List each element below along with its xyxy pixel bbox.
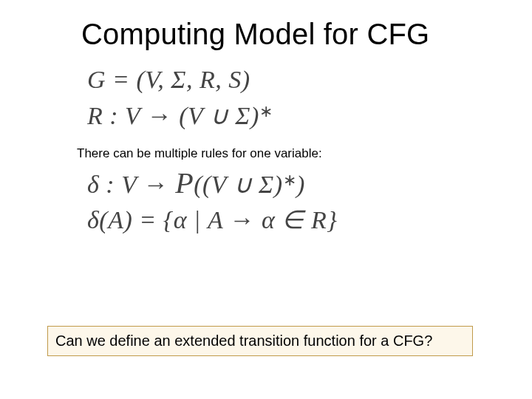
eq-close: ) xyxy=(296,171,305,198)
note-text: There can be multiple rules for one vari… xyxy=(77,146,502,161)
callout-text: Can we define an extended transition fun… xyxy=(55,332,432,349)
slide: Computing Model for CFG G = (V, Σ, R, S)… xyxy=(0,0,532,399)
equation-block-2: δ : V → P((V ∪ Σ)∗) δ(A) = {α | A → α ∈ … xyxy=(87,166,502,234)
equation-g-tuple: G = (V, Σ, R, S) xyxy=(87,64,502,96)
callout-box: Can we define an extended transition fun… xyxy=(47,326,473,356)
eq-rhs: α ∈ R} xyxy=(262,206,337,233)
equation-delta-map: δ : V → P((V ∪ Σ)∗) xyxy=(87,166,502,200)
eq-lhs: δ(A) = {α | A xyxy=(87,206,223,233)
equation-delta-def: δ(A) = {α | A → α ∈ R} xyxy=(87,205,502,234)
arrow-icon: → xyxy=(143,171,176,198)
eq-lhs: R : V xyxy=(87,102,140,129)
eq-open: ((V ∪ Σ) xyxy=(194,171,282,198)
eq-rhs: (V ∪ Σ) xyxy=(179,102,259,129)
kleene-star: ∗ xyxy=(283,171,297,189)
eq-text: G = (V, Σ, R, S) xyxy=(87,66,250,93)
kleene-star: ∗ xyxy=(259,102,273,120)
equation-r-rule: R : V → (V ∪ Σ)∗ xyxy=(87,100,502,132)
arrow-icon: → xyxy=(147,102,180,129)
eq-lhs: δ : V xyxy=(87,171,137,198)
arrow-icon: → xyxy=(230,206,262,233)
slide-title: Computing Model for CFG xyxy=(81,18,502,51)
powerset-symbol: P xyxy=(175,166,194,200)
equation-block-1: G = (V, Σ, R, S) R : V → (V ∪ Σ)∗ xyxy=(87,64,502,132)
